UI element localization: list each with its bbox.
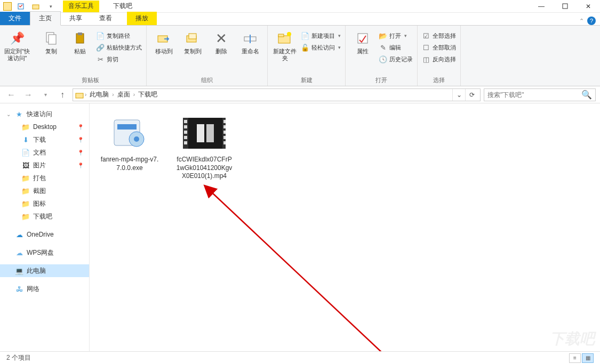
nav-folder-tubiao[interactable]: 📁图标 <box>0 197 89 210</box>
nav-onedrive[interactable]: ☁OneDrive <box>0 228 89 241</box>
refresh-button[interactable]: ⟳ <box>465 89 478 101</box>
ribbon-tabbar: 文件 主页 共享 查看 播放 ⌃ ? <box>0 13 600 26</box>
up-button[interactable]: ↑ <box>55 88 69 102</box>
document-icon: 📄 <box>21 148 30 157</box>
breadcrumb-bar[interactable]: › 此电脑 › 桌面 › 下载吧 ⌄ ⟳ <box>73 88 481 101</box>
nav-desktop[interactable]: 📁Desktop📍 <box>0 120 89 133</box>
easy-access-button[interactable]: 🔓轻松访问▾ <box>301 42 341 53</box>
svg-rect-28 <box>184 141 187 144</box>
tab-view[interactable]: 查看 <box>91 12 121 25</box>
svg-rect-30 <box>223 125 226 128</box>
exe-icon <box>108 114 151 152</box>
delete-button[interactable]: ✕ 删除 <box>209 28 234 55</box>
breadcrumb-folder-icon <box>75 91 84 99</box>
close-button[interactable]: ✕ <box>577 0 600 13</box>
maximize-button[interactable] <box>553 0 577 13</box>
nav-documents[interactable]: 📄文档📍 <box>0 146 89 159</box>
copy-to-button[interactable]: 复制到 <box>180 28 205 55</box>
forward-button[interactable]: → <box>21 88 35 102</box>
pin-icon: 📍 <box>77 150 84 156</box>
copy-button[interactable]: 复制 <box>38 28 64 55</box>
qat-dropdown-icon[interactable]: ▾ <box>45 1 57 12</box>
folder-icon: 📁 <box>21 123 30 131</box>
tab-share[interactable]: 共享 <box>61 12 91 25</box>
pin-icon: 📍 <box>77 124 84 130</box>
help-icon[interactable]: ? <box>587 17 596 25</box>
minimize-button[interactable]: — <box>530 0 553 13</box>
paste-button[interactable]: 粘贴 <box>67 28 93 55</box>
paste-icon <box>71 30 89 47</box>
folder-icon: 📁 <box>21 199 30 208</box>
file-item-mp4[interactable]: fcCWIEkdlx07CFrP1wGk01041200KgvX0E010(1)… <box>175 114 234 181</box>
cut-button[interactable]: ✂剪切 <box>96 53 142 65</box>
back-button[interactable]: ← <box>4 88 18 102</box>
qat-properties-icon[interactable] <box>15 1 27 12</box>
copy-path-button[interactable]: 📄复制路径 <box>96 30 142 42</box>
file-item-exe[interactable]: fanren-mp4-mpg-v7.7.0.0.exe <box>100 114 159 172</box>
file-list-area[interactable]: fanren-mp4-mpg-v7.7.0.0.exe fcCWIEkdlx07… <box>90 103 600 351</box>
nav-folder-dabao[interactable]: 📁打包 <box>0 172 89 184</box>
properties-button[interactable]: 属性 <box>350 28 375 55</box>
svg-rect-34 <box>197 124 204 142</box>
svg-point-14 <box>287 32 291 36</box>
breadcrumb-current[interactable]: 下载吧 <box>136 90 159 99</box>
open-icon: 📂 <box>379 31 387 40</box>
view-details-button[interactable]: ≡ <box>569 353 581 363</box>
tab-play[interactable]: 播放 <box>127 12 157 25</box>
search-box[interactable]: 🔍 <box>484 88 596 101</box>
select-all-button[interactable]: ☑全部选择 <box>422 30 456 42</box>
nav-downloads[interactable]: ⬇下载📍 <box>0 133 89 146</box>
window-title: 下载吧 <box>113 2 132 11</box>
paste-shortcut-button[interactable]: 🔗粘贴快捷方式 <box>96 42 142 53</box>
picture-icon: 🖼 <box>21 161 30 169</box>
svg-rect-1 <box>33 5 39 9</box>
nav-pictures[interactable]: 🖼图片📍 <box>0 159 89 172</box>
file-label: fanren-mp4-mpg-v7.7.0.0.exe <box>100 156 159 172</box>
nav-thispc[interactable]: 💻此电脑 <box>0 264 89 277</box>
ribbon: 📌 固定到"快速访问" 复制 粘贴 📄复制路径 🔗粘贴快捷方式 ✂剪切 剪贴板 <box>0 26 600 86</box>
search-icon[interactable]: 🔍 <box>581 90 592 100</box>
collapse-ribbon-icon[interactable]: ⌃ <box>579 18 584 25</box>
tab-file[interactable]: 文件 <box>0 12 30 25</box>
svg-rect-16 <box>76 93 83 98</box>
qat-new-folder-icon[interactable] <box>30 1 42 12</box>
breadcrumb-desktop[interactable]: 桌面 <box>115 90 132 99</box>
video-thumbnail-icon <box>183 114 226 152</box>
onedrive-icon: ☁ <box>15 230 23 239</box>
open-button[interactable]: 📂打开▾ <box>379 30 413 42</box>
new-item-button[interactable]: 📄新建项目▾ <box>301 30 341 42</box>
invert-icon: ◫ <box>422 55 430 63</box>
group-clipboard-label: 剪贴板 <box>38 76 142 85</box>
new-folder-button[interactable]: 新建文件夹 <box>272 28 298 62</box>
address-dropdown-button[interactable]: ⌄ <box>452 89 465 101</box>
nav-network[interactable]: 🖧网络 <box>0 282 89 295</box>
status-item-count: 2 个项目 <box>6 353 31 362</box>
easy-access-icon: 🔓 <box>301 43 309 52</box>
network-icon: 🖧 <box>15 285 23 293</box>
search-input[interactable] <box>487 91 581 99</box>
breadcrumb-thispc[interactable]: 此电脑 <box>87 90 111 99</box>
svg-point-20 <box>134 136 139 142</box>
svg-rect-29 <box>223 120 226 123</box>
history-icon: 🕓 <box>379 55 387 63</box>
nav-quick-access[interactable]: ⌄★快速访问 <box>0 108 89 120</box>
recent-locations-button[interactable]: ▾ <box>38 88 52 102</box>
pin-icon: 📍 <box>77 137 84 143</box>
nav-wps[interactable]: ☁WPS网盘 <box>0 246 89 259</box>
group-new-label: 新建 <box>272 76 341 85</box>
select-all-icon: ☑ <box>422 31 430 40</box>
history-button[interactable]: 🕓历史记录 <box>379 53 413 65</box>
invert-selection-button[interactable]: ◫反向选择 <box>422 53 456 65</box>
nav-folder-xiazaiba[interactable]: 📁下载吧 <box>0 210 89 223</box>
svg-rect-31 <box>223 131 226 134</box>
address-bar: ← → ▾ ↑ › 此电脑 › 桌面 › 下载吧 ⌄ ⟳ 🔍 <box>0 86 600 103</box>
move-to-button[interactable]: 移动到 <box>151 28 177 55</box>
nav-folder-jietu[interactable]: 📁截图 <box>0 184 89 197</box>
view-icons-button[interactable]: ▦ <box>582 353 594 363</box>
rename-button[interactable]: 重命名 <box>237 28 263 55</box>
edit-button[interactable]: ✎编辑 <box>379 42 413 53</box>
pin-to-quick-access-button[interactable]: 📌 固定到"快速访问" <box>4 28 30 62</box>
cut-icon: ✂ <box>96 55 105 63</box>
select-none-button[interactable]: ☐全部取消 <box>422 42 456 53</box>
tab-home[interactable]: 主页 <box>30 11 61 26</box>
